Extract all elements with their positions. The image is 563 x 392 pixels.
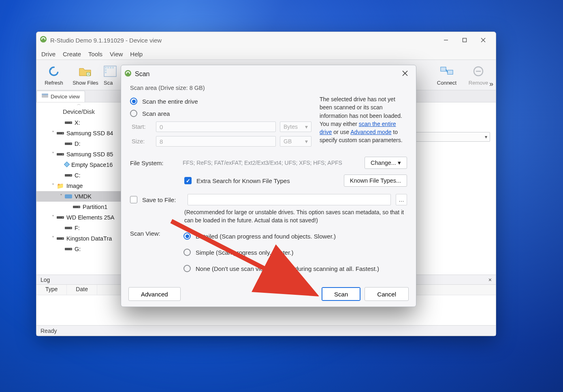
radio-scanview-none[interactable] [183,265,191,272]
tree-row[interactable]: ˅WD Elements 25A [36,212,121,223]
chevron-down-icon: ▾ [305,138,308,145]
start-label: Start: [132,124,152,130]
start-unit-value: Bytes [284,124,298,130]
scan-dialog: Scan Scan area (Drive size: 8 GB) Scan t… [121,65,416,307]
tree-row[interactable]: G: [36,244,121,254]
tree-row[interactable]: ˅VMDK [36,191,121,202]
svg-rect-21 [42,94,48,95]
tree-row-label: G: [75,246,81,252]
svg-rect-2 [463,38,467,42]
minimize-button[interactable] [437,34,455,47]
tree-row-label: WD Elements 25A [66,214,114,221]
toolbar-overflow[interactable]: » [489,80,493,88]
tree-row[interactable]: Empty Space16 [36,160,121,170]
menu-tools[interactable]: Tools [88,51,102,58]
cancel-button[interactable]: Cancel [365,287,409,301]
filesystem-label: File System: [130,160,179,166]
advanced-button[interactable]: Advanced [128,287,181,301]
log-col-date[interactable]: Date [67,285,97,295]
tree-row-label: D: [75,141,81,147]
change-filesystem-button[interactable]: Change... ▾ [365,157,407,169]
tree-scroll-up[interactable]: ︿ [36,102,121,106]
svg-point-33 [79,207,79,207]
toolbar-connect-label: Connect [437,80,456,86]
tree-row-label: F: [75,225,80,231]
tree-row-label: Samsung SSD 84 [66,130,113,136]
scan-grid-icon [104,64,117,78]
tab-device-view[interactable]: Device view [36,91,85,102]
device-tree[interactable]: X:˅Samsung SSD 84D:˅Samsung SSD 85Empty … [36,117,121,254]
toolbar-show-files[interactable]: Show Files [70,61,101,89]
tree-row[interactable]: Partition1 [36,202,121,212]
scan-button[interactable]: Scan [322,287,360,301]
toolbar-scan[interactable]: Sca [101,61,117,89]
save-file-input[interactable] [188,194,391,205]
vmdk-icon [65,194,72,198]
svg-point-31 [70,175,71,176]
tree-row[interactable]: D: [36,138,121,149]
drive-icon [65,247,72,251]
tree-row[interactable]: X: [36,117,121,128]
drive-icon [65,141,72,146]
browse-button[interactable]: … [396,194,407,205]
link-advanced-mode[interactable]: Advanced mode [350,129,391,135]
tree-row[interactable]: ˅Samsung SSD 85 [36,149,121,160]
log-col-type[interactable]: Type [36,285,67,295]
save-file-help: (Recommended for large or unstable drive… [184,209,407,224]
tree-row-label: C: [75,172,81,179]
connect-icon [440,64,454,78]
svg-line-17 [446,69,448,72]
radio-scan-area-label: Scan area [142,110,170,117]
menu-view[interactable]: View [110,51,123,58]
toolbar-remove-label: Remove [469,80,488,86]
close-button[interactable] [474,34,493,47]
tree-row[interactable]: C: [36,170,121,181]
tree-row[interactable]: ˅Samsung SSD 84 [36,128,121,138]
dialog-close-button[interactable] [398,69,412,79]
svg-point-25 [62,133,63,134]
drive-icon [57,131,64,136]
checkbox-save-to-file[interactable] [130,196,137,203]
log-close-button[interactable]: × [488,277,492,283]
radio-scanview-none-label: None (Don't use scan view progress durin… [196,265,379,272]
size-unit-select[interactable]: GB▾ [280,136,311,147]
drive-icon [73,205,80,209]
tree-row-label: Image [66,183,83,189]
svg-rect-14 [105,72,107,73]
tree-row[interactable]: F: [36,223,121,233]
svg-rect-12 [112,67,114,68]
svg-point-37 [70,228,71,228]
menu-drive[interactable]: Drive [41,51,55,58]
svg-rect-10 [107,67,109,68]
radio-scanview-detailed-label: Detailed (Scan progress and found object… [196,233,336,240]
size-input[interactable]: 8 [156,136,276,147]
checkbox-extra-search[interactable] [184,177,192,184]
tree-row[interactable]: ˅Kingston DataTra [36,233,121,244]
start-unit-select[interactable]: Bytes▾ [280,121,311,132]
titlebar: R-Studio Demo 9.1.191029 - Device view [36,32,496,48]
chevron-down-icon: ▾ [485,134,487,140]
toolbar-connect[interactable]: Connect [431,61,463,89]
radio-scanview-simple-label: Simple (Scan progress only. Faster.) [196,249,293,256]
remove-icon [471,64,485,78]
maximize-button[interactable] [455,34,474,47]
folder-icon: 📁 [57,183,64,190]
svg-rect-15 [441,67,446,71]
dialog-body: Scan area (Drive size: 8 GB) Scan the en… [121,83,416,283]
known-file-types-button[interactable]: Known File Types... [344,175,407,187]
radio-scanview-simple[interactable] [183,249,191,256]
svg-rect-20 [42,95,48,98]
menu-help[interactable]: Help [130,51,143,58]
radio-scan-area[interactable] [130,110,137,117]
radio-scanview-detailed[interactable] [183,232,191,240]
filesystem-value: FFS; ReFS; FAT/exFAT; Ext2/Ext3/Ext4; UF… [183,160,360,166]
menu-create[interactable]: Create [63,51,81,58]
tree-row[interactable]: ˅📁Image [36,181,121,191]
empty-space-icon [64,162,70,167]
radio-scan-entire[interactable] [130,98,137,105]
svg-point-41 [70,249,71,249]
save-to-file-label: Save to File: [142,196,183,203]
tree-row-label: Partition1 [83,204,107,210]
toolbar-refresh[interactable]: Refresh [38,61,70,89]
start-input[interactable]: 0 [156,121,276,132]
